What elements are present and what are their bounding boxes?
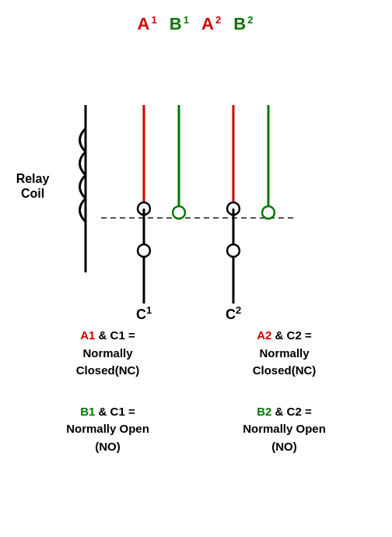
page: A1 B1 A2 B2 Relay Coil bbox=[0, 0, 392, 537]
label-b2-desc: B2 bbox=[257, 405, 271, 418]
svg-point-18 bbox=[262, 206, 275, 219]
label-a2: A2 bbox=[201, 14, 222, 33]
label-a2-desc: A2 bbox=[257, 328, 271, 342]
svg-text:C2: C2 bbox=[226, 304, 241, 323]
label-a1-rest: & C1 = bbox=[95, 328, 135, 342]
svg-point-12 bbox=[227, 244, 240, 257]
desc-a1: A1 & C1 = Normally Closed(NC) bbox=[76, 327, 140, 380]
header-labels: A1 B1 A2 B2 bbox=[0, 14, 392, 34]
relay-diagram: Relay Coil C1 C2 bbox=[0, 39, 392, 350]
label-b1: B1 bbox=[170, 14, 191, 33]
label-b2-line3: (NO) bbox=[271, 440, 297, 453]
label-a2-line2: Normally bbox=[259, 346, 309, 360]
col-right: A2 & C2 = Normally Closed(NC) B2 & C2 = … bbox=[208, 327, 361, 455]
svg-text:C1: C1 bbox=[136, 304, 152, 323]
svg-point-16 bbox=[173, 206, 185, 219]
label-a2-line3: Closed(NC) bbox=[253, 363, 317, 377]
desc-a2: A2 & C2 = Normally Closed(NC) bbox=[253, 327, 317, 380]
label-b2: B2 bbox=[233, 14, 254, 33]
label-b2-line2: Normally Open bbox=[243, 422, 326, 435]
label-a1-line2: Normally bbox=[82, 346, 132, 360]
label-b1-line3: (NO) bbox=[95, 440, 121, 453]
desc-b2: B2 & C2 = Normally Open (NO) bbox=[243, 403, 326, 456]
col-left: A1 & C1 = Normally Closed(NC) B1 & C1 = … bbox=[31, 327, 184, 455]
desc-b1: B1 & C1 = Normally Open (NO) bbox=[66, 403, 149, 456]
label-a2-rest: & C2 = bbox=[271, 328, 311, 342]
label-b1-rest: & C1 = bbox=[95, 405, 135, 418]
svg-text:Coil: Coil bbox=[21, 187, 44, 200]
label-b1-line2: Normally Open bbox=[66, 422, 149, 435]
relay-coil-label: Relay bbox=[16, 172, 50, 185]
label-a1-line3: Closed(NC) bbox=[76, 363, 140, 377]
label-b2-rest: & C2 = bbox=[271, 405, 311, 418]
label-a1-desc: A1 bbox=[80, 328, 95, 342]
bottom-section: A1 & C1 = Normally Closed(NC) B1 & C1 = … bbox=[0, 327, 392, 455]
svg-point-6 bbox=[138, 244, 150, 257]
label-a1: A1 bbox=[138, 14, 159, 33]
label-b1-desc: B1 bbox=[80, 405, 95, 418]
